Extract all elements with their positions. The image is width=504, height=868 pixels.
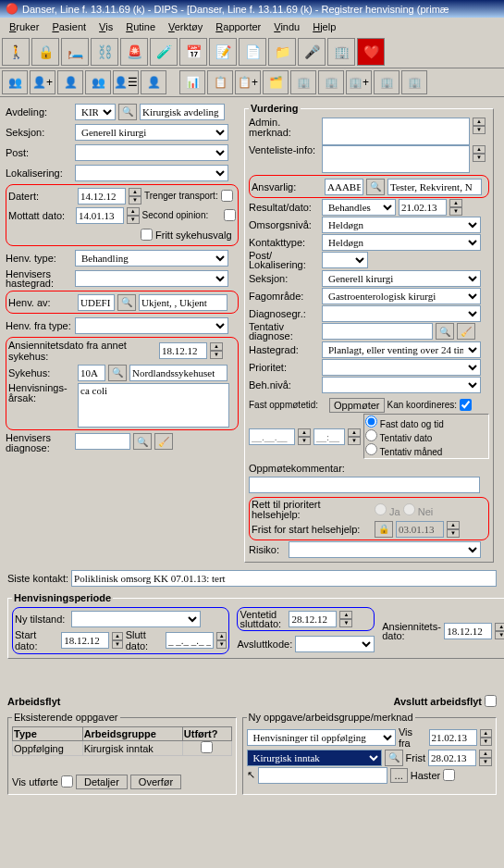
spin-ansdato[interactable]: ▲▼ <box>210 342 223 359</box>
sel-kirinn[interactable]: Kirurgisk inntak <box>247 750 382 766</box>
menu-hjelp[interactable]: Hjelp <box>307 19 341 34</box>
r3[interactable]: Tentativ måned <box>365 443 487 457</box>
tb-flow-icon[interactable]: ⛓️ <box>91 38 118 66</box>
tb2-4[interactable]: 👥 <box>85 70 111 94</box>
tb2-13[interactable]: 🏢+ <box>346 70 372 94</box>
spin-slutt[interactable]: ▲▼ <box>216 632 227 649</box>
sel-seksjon[interactable]: Generell kirurgi <box>75 124 228 141</box>
sel-henvis[interactable]: Henvisninger til oppfølging <box>247 729 396 746</box>
inp-henvav[interactable] <box>78 294 115 311</box>
r2[interactable]: Tentativ dato <box>365 429 487 443</box>
menu-vindu[interactable]: Vindu <box>268 19 305 34</box>
spin-ans[interactable]: ▲▼ <box>495 623 504 639</box>
tb-heart-icon[interactable]: ❤️ <box>357 38 385 66</box>
btn-detaljer[interactable]: Detaljer <box>76 775 128 789</box>
tb-note-icon[interactable]: 📝 <box>209 38 237 66</box>
r1[interactable]: Fast dato og tid <box>365 415 487 429</box>
tb2-11[interactable]: 🏢 <box>290 70 316 94</box>
th3[interactable]: Utført? <box>182 727 231 741</box>
txt-arsak[interactable]: ca coli <box>78 383 229 428</box>
r-ja[interactable]: Ja <box>375 503 400 517</box>
spin-frist[interactable]: ▲▼ <box>447 521 460 538</box>
erase-tentdiag[interactable]: 🧹 <box>457 323 475 340</box>
sel-prioritet[interactable] <box>322 359 481 376</box>
tb2-3[interactable]: 👤 <box>57 70 83 94</box>
sb-admin[interactable]: ▲▼ <box>473 118 486 134</box>
sel-risiko[interactable] <box>289 541 481 558</box>
inp-datert[interactable] <box>78 188 126 205</box>
spin-datert[interactable]: ▲▼ <box>129 188 141 205</box>
menu-rutine[interactable]: Rutine <box>120 19 161 34</box>
txt-sykehus[interactable] <box>129 365 227 381</box>
txt-henvav[interactable] <box>139 294 227 311</box>
inp-merknad[interactable] <box>258 767 387 784</box>
btn-oppmoter[interactable]: Oppmøter <box>329 398 385 413</box>
tb-bed-icon[interactable]: 🛏️ <box>61 38 89 66</box>
th1[interactable]: Type <box>13 727 83 741</box>
binoc-avdeling[interactable]: 🔍 <box>118 104 137 120</box>
sel-vseksjon[interactable]: Generell kirurgi <box>322 270 481 287</box>
sel-fratype[interactable] <box>75 317 228 334</box>
chk-haster[interactable] <box>443 769 455 781</box>
sel-kontakt[interactable]: Heldøgn <box>322 234 481 251</box>
inp-slutt[interactable] <box>166 632 214 649</box>
tb2-7[interactable]: 📊 <box>179 70 205 94</box>
inp-resdato[interactable] <box>399 199 447 216</box>
chk-visutf[interactable] <box>61 775 73 787</box>
binoc-diagnose[interactable]: 🔍 <box>133 433 152 450</box>
sel-resultat[interactable]: Behandles <box>322 199 396 216</box>
spin-resdato[interactable]: ▲▼ <box>449 199 462 216</box>
tb2-1[interactable]: 👥 <box>2 70 28 94</box>
tb2-15[interactable]: 🏢 <box>401 70 427 94</box>
table-row[interactable]: Oppfølging Kirurgisk inntak <box>13 741 232 756</box>
tb2-8[interactable]: 📋 <box>207 70 233 94</box>
inp-ansdato[interactable] <box>159 342 207 359</box>
chk-kankoord[interactable] <box>460 399 472 411</box>
menu-pasient[interactable]: Pasient <box>46 19 92 34</box>
spin-afrist[interactable]: ▲▼ <box>479 750 492 766</box>
txt-ansvarlig[interactable] <box>387 179 482 195</box>
chk-avsl[interactable] <box>485 695 497 707</box>
inp-diagnose[interactable] <box>75 433 130 450</box>
tb-calendar-icon[interactable]: 📅 <box>179 38 207 66</box>
sel-vhastegrad[interactable]: Planlagt, eller venting over 24 tim <box>322 341 481 358</box>
spin-fasttid[interactable]: ▲▼ <box>348 428 361 445</box>
spin-mottatt[interactable]: ▲▼ <box>127 207 140 224</box>
lock-frist[interactable]: 🔒 <box>375 521 393 538</box>
sel-lok[interactable] <box>75 165 228 181</box>
tb-exit-icon[interactable]: 🚶 <box>2 38 30 66</box>
spin-ventetid[interactable]: ▲▼ <box>339 611 352 627</box>
tb2-14[interactable]: 🏢 <box>374 70 400 94</box>
menu-verktoy[interactable]: Verktøy <box>163 19 208 34</box>
inp-ans[interactable] <box>444 623 492 639</box>
tb-doc-icon[interactable]: 📄 <box>239 38 266 66</box>
sel-hastegrad[interactable] <box>75 270 228 287</box>
sel-post[interactable] <box>75 144 228 161</box>
tb-mic-icon[interactable]: 🎤 <box>298 38 326 66</box>
btn-more[interactable]: ... <box>390 768 408 783</box>
tb2-10[interactable]: 🗂️ <box>263 70 289 94</box>
binoc-ansvarlig[interactable]: 🔍 <box>366 179 385 195</box>
inp-sykehus[interactable] <box>78 365 105 381</box>
menu-rapporter[interactable]: Rapporter <box>210 19 266 34</box>
sel-ny[interactable] <box>71 611 201 627</box>
chk-utfort[interactable] <box>201 741 213 753</box>
spin-visfra[interactable]: ▲▼ <box>480 729 492 746</box>
txt-vent[interactable] <box>322 145 470 173</box>
tb-building-icon[interactable]: 🏢 <box>327 38 355 66</box>
sel-avdeling[interactable]: KIR <box>75 104 116 120</box>
inp-visfra[interactable] <box>429 729 477 746</box>
txt-admin[interactable] <box>322 118 470 145</box>
binoc-sykehus[interactable]: 🔍 <box>108 365 127 381</box>
sel-omsorg[interactable]: Heldøgn <box>322 217 481 233</box>
inp-fasttid[interactable] <box>313 428 345 445</box>
tb-alarm-icon[interactable]: 🚨 <box>120 38 148 66</box>
tb2-5[interactable]: 👤☰ <box>113 70 139 94</box>
sel-behniva[interactable] <box>322 377 481 393</box>
sel-fag[interactable]: Gastroenterologisk kirurgi <box>322 288 481 304</box>
inp-afrist[interactable] <box>428 750 476 766</box>
btn-overfor[interactable]: Overfør <box>130 775 181 789</box>
inp-mottatt[interactable] <box>76 207 124 224</box>
inp-start[interactable] <box>61 632 109 649</box>
menu-bruker[interactable]: Bruker <box>4 19 44 34</box>
